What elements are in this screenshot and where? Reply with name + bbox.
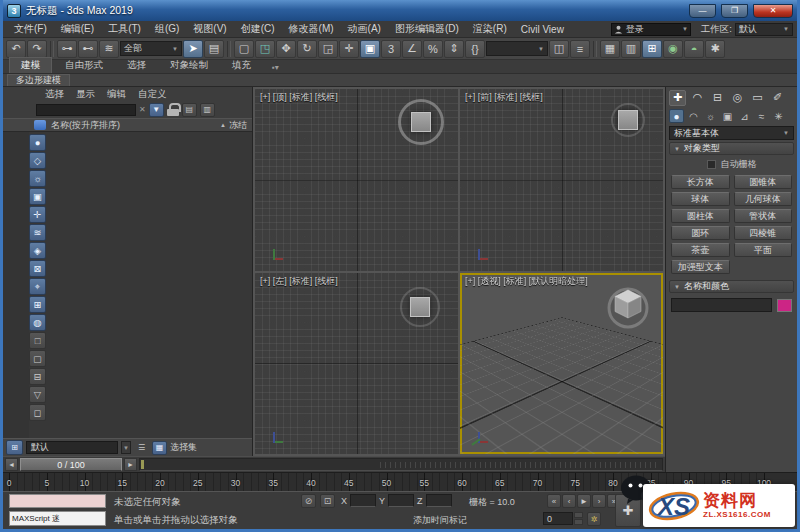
- select-and-link-icon[interactable]: ⊶: [57, 40, 77, 58]
- snaps-toggle-icon[interactable]: 3: [381, 40, 401, 58]
- close-button[interactable]: ✕: [753, 4, 793, 18]
- viewcube[interactable]: [400, 287, 440, 327]
- menu-item-5[interactable]: 创建(C): [234, 22, 282, 36]
- render-setup-icon[interactable]: ◓: [684, 40, 704, 58]
- spinner-snap-toggle-icon[interactable]: ⇕: [444, 40, 464, 58]
- angle-snap-toggle-icon[interactable]: ∠: [402, 40, 422, 58]
- menu-item-1[interactable]: 编辑(E): [54, 22, 101, 36]
- chevron-down-icon[interactable]: ▼: [121, 441, 131, 454]
- select-by-name-icon[interactable]: ▤: [204, 40, 224, 58]
- spinner-up-icon[interactable]: [574, 512, 583, 518]
- display-cameras-toggle[interactable]: ▣: [29, 188, 46, 205]
- display-lights-toggle[interactable]: ☼: [29, 170, 46, 187]
- hierarchy-panel-tab[interactable]: ⊟: [709, 90, 726, 106]
- time-slider-next-button[interactable]: ►: [124, 458, 137, 471]
- display-xrefs-toggle[interactable]: ⊠: [29, 260, 46, 277]
- ribbon-tab-0[interactable]: 建模: [9, 57, 52, 73]
- ribbon-tab-1[interactable]: 自由形式: [54, 58, 114, 73]
- explorer-object-list[interactable]: ●◇☼▣✛≋◈⊠⌖⊞◍□▢⊟▽◻: [3, 132, 252, 438]
- selection-filter-dropdown[interactable]: 全部▼: [120, 41, 182, 56]
- menu-item-7[interactable]: 动画(A): [341, 22, 388, 36]
- plane-button[interactable]: 平面: [734, 243, 793, 257]
- display-space-warps-toggle[interactable]: ≋: [29, 224, 46, 241]
- select-and-rotate-icon[interactable]: ↻: [297, 40, 317, 58]
- display-helpers-toggle[interactable]: ✛: [29, 206, 46, 223]
- coord-y-field[interactable]: [388, 494, 414, 507]
- object-type-rollout-header[interactable]: ▼ 对象类型: [669, 142, 794, 155]
- minimize-button[interactable]: —: [689, 4, 716, 18]
- selection-lock-toggle[interactable]: ⊘: [301, 494, 316, 508]
- grid-icon[interactable]: ▦: [152, 441, 167, 455]
- ribbon-collapse-icon[interactable]: ▪▾: [272, 63, 279, 73]
- create-panel-tab[interactable]: ✚: [669, 90, 686, 106]
- viewport-front[interactable]: [+] [前] [标准] [线框]: [460, 89, 663, 271]
- box-button[interactable]: 长方体: [671, 175, 730, 189]
- undo-icon[interactable]: ↶: [6, 40, 26, 58]
- select-and-place-icon[interactable]: ✛: [339, 40, 359, 58]
- viewport-left-label[interactable]: [+] [左] [标准] [线框]: [260, 275, 338, 288]
- textplus-button[interactable]: 加强型文本: [671, 260, 730, 274]
- motion-panel-tab[interactable]: ◎: [729, 90, 746, 106]
- time-slider-handle[interactable]: 0 / 100: [20, 458, 122, 471]
- systems-category-tab[interactable]: ✳: [771, 109, 786, 123]
- pyramid-button[interactable]: 四棱锥: [734, 226, 793, 240]
- cameras-category-tab[interactable]: ▣: [720, 109, 735, 123]
- time-slider-prev-button[interactable]: ◄: [5, 458, 18, 471]
- window-crossing-toggle-icon[interactable]: ◳: [255, 40, 275, 58]
- workspace-selector[interactable]: 默认 ▼: [735, 23, 793, 36]
- go-to-start-button[interactable]: «: [547, 494, 561, 508]
- current-frame-field[interactable]: 0: [543, 512, 573, 525]
- frozen-column-header[interactable]: 冻结: [229, 119, 247, 132]
- object-name-field[interactable]: [671, 298, 772, 312]
- lock-icon[interactable]: [167, 103, 179, 116]
- bind-to-space-warp-icon[interactable]: ≋: [99, 40, 119, 58]
- frame-spinner[interactable]: [574, 512, 583, 525]
- explorer-menu-3[interactable]: 自定义: [132, 88, 173, 101]
- viewport-front-label[interactable]: [+] [前] [标准] [线框]: [465, 91, 543, 104]
- object-color-swatch[interactable]: [777, 299, 792, 312]
- selection-sets-icon[interactable]: ⊞: [6, 440, 23, 455]
- key-filter-icon[interactable]: ✲: [587, 512, 601, 526]
- menu-item-6[interactable]: 修改器(M): [282, 22, 341, 36]
- ribbon-tab-3[interactable]: 对象绘制: [159, 58, 219, 73]
- viewport-left[interactable]: [+] [左] [标准] [线框]: [255, 273, 458, 455]
- edit-named-selection-sets-icon[interactable]: {}: [465, 40, 485, 58]
- show-children-toggle[interactable]: □: [29, 332, 46, 349]
- tube-button[interactable]: 管状体: [734, 209, 793, 223]
- play-button[interactable]: ►: [577, 494, 591, 508]
- percent-snap-toggle-icon[interactable]: %: [423, 40, 443, 58]
- next-frame-button[interactable]: ›: [592, 494, 606, 508]
- menu-item-10[interactable]: Civil View: [514, 24, 571, 35]
- display-objects-toggle[interactable]: ●: [29, 134, 46, 151]
- ribbon-tab-2[interactable]: 选择: [116, 58, 157, 73]
- display-groups-toggle[interactable]: ◈: [29, 242, 46, 259]
- viewcube[interactable]: [601, 279, 655, 337]
- sort-mode-toggle[interactable]: ▽: [29, 386, 46, 403]
- space-warps-category-tab[interactable]: ≈: [754, 109, 769, 123]
- display-panel-tab[interactable]: ▭: [749, 90, 766, 106]
- previous-frame-button[interactable]: ‹: [562, 494, 576, 508]
- helpers-category-tab[interactable]: ⊿: [737, 109, 752, 123]
- unlink-selection-icon[interactable]: ⊷: [78, 40, 98, 58]
- clear-search-icon[interactable]: ✕: [139, 105, 146, 114]
- named-selection-sets-dropdown[interactable]: ▼: [486, 41, 548, 56]
- menu-item-0[interactable]: 文件(F): [7, 22, 54, 36]
- maxscript-mini-listener[interactable]: MAXScript 迷: [9, 511, 106, 526]
- explorer-menu-2[interactable]: 编辑: [101, 88, 132, 101]
- select-and-scale-icon[interactable]: ◲: [318, 40, 338, 58]
- display-bones-toggle[interactable]: ⌖: [29, 278, 46, 295]
- show-influences-toggle[interactable]: ▢: [29, 350, 46, 367]
- select-and-move-icon[interactable]: ✥: [276, 40, 296, 58]
- viewport-top-label[interactable]: [+] [顶] [标准] [线框]: [260, 91, 338, 104]
- sign-in-menu[interactable]: 登录 ▼: [611, 23, 691, 36]
- rows-icon[interactable]: ☰: [134, 441, 149, 455]
- hierarchy-view-icon[interactable]: ▥: [200, 103, 215, 117]
- maxscript-mini-listener-pink[interactable]: [9, 494, 106, 508]
- display-materials-toggle[interactable]: ◍: [29, 314, 46, 331]
- redo-icon[interactable]: ↷: [27, 40, 47, 58]
- viewport-perspective-label[interactable]: [+] [透视] [标准] [默认明暗处理]: [465, 275, 588, 288]
- viewcube[interactable]: [611, 103, 645, 137]
- sphere-button[interactable]: 球体: [671, 192, 730, 206]
- cone-button[interactable]: 圆锥体: [734, 175, 793, 189]
- filter-dropdown-icon[interactable]: ▼: [149, 103, 164, 117]
